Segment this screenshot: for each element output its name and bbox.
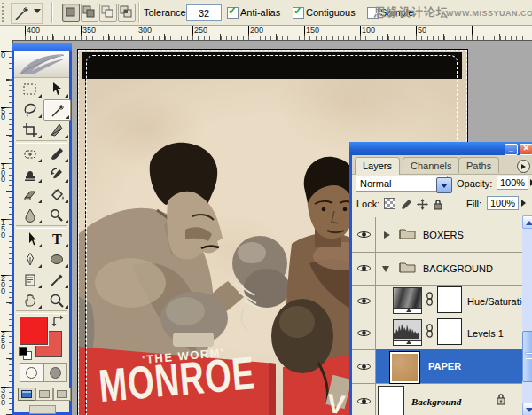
tool-eraser-button[interactable] <box>17 184 43 204</box>
lock-all-icon[interactable] <box>433 198 444 209</box>
tool-blur-button[interactable] <box>17 205 43 224</box>
fill-slider-arrow-icon[interactable] <box>521 200 526 207</box>
layer-visibility-toggle[interactable] <box>352 217 376 252</box>
intersect-selection-button[interactable] <box>118 4 136 22</box>
layer-row-boxers[interactable]: BOXERS <box>352 217 522 253</box>
tool-eyedropper-button[interactable] <box>43 270 69 289</box>
tool-pen-button[interactable] <box>17 249 43 269</box>
layer-mask-thumbnail[interactable] <box>437 286 462 313</box>
swap-colors-icon[interactable] <box>51 315 64 331</box>
standard-mode-button[interactable] <box>20 363 43 382</box>
pen-icon <box>21 251 39 268</box>
tab-paths[interactable]: Paths <box>458 157 499 173</box>
layer-name[interactable]: BOXERS <box>423 230 464 240</box>
tool-lasso-button[interactable] <box>17 99 43 119</box>
layer-visibility-toggle[interactable] <box>352 285 376 317</box>
hand-icon <box>21 292 39 309</box>
tool-magic-wand-button[interactable] <box>43 99 71 121</box>
group-expand-arrow[interactable] <box>384 231 390 239</box>
tool-rectangular-marquee-button[interactable] <box>17 79 43 98</box>
options-bar-grip[interactable] <box>2 3 4 22</box>
fullscreen-menubar-mode-button[interactable] <box>35 388 53 401</box>
tool-type-button[interactable]: T <box>43 229 69 248</box>
jump-to-imageready-button[interactable] <box>29 405 56 414</box>
tab-channels[interactable]: Channels <box>403 157 459 173</box>
lock-transparency-icon[interactable] <box>384 198 395 209</box>
ruler-number: 1 0 0 <box>1 164 5 183</box>
tool-brush-button[interactable] <box>43 144 69 163</box>
tool-slice-button[interactable] <box>43 120 69 139</box>
layer-name[interactable]: BACKGROUND <box>423 263 493 274</box>
close-button[interactable]: ✕ <box>520 144 532 155</box>
tool-paint-bucket-button[interactable] <box>43 184 69 204</box>
lock-paint-icon[interactable] <box>401 198 412 209</box>
default-colors-icon[interactable] <box>19 347 27 356</box>
mask-link-icon[interactable] <box>426 324 434 341</box>
tool-zoom-button[interactable] <box>43 290 69 309</box>
scroll-up-button[interactable] <box>522 215 532 229</box>
tool-notes-button[interactable] <box>17 270 43 289</box>
new-selection-button[interactable] <box>62 4 80 22</box>
layer-visibility-toggle[interactable] <box>352 349 376 383</box>
horizontal-ruler[interactable]: 40035030025020015010050 <box>12 25 532 41</box>
layer-visibility-toggle[interactable] <box>352 317 376 349</box>
eye-icon <box>356 396 372 406</box>
lock-position-icon[interactable] <box>417 198 428 209</box>
ruler-corner[interactable] <box>0 25 13 41</box>
tool-move-button[interactable] <box>43 79 69 98</box>
eye-icon <box>356 328 372 338</box>
tool-preset-arrow-icon[interactable] <box>34 9 41 13</box>
layer-thumbnail[interactable] <box>390 352 419 383</box>
fullscreen-mode-button[interactable] <box>53 388 71 401</box>
panel-menu-button[interactable] <box>517 160 530 173</box>
ruler-number: 50 <box>418 26 426 35</box>
layer-thumbnail[interactable] <box>378 386 404 415</box>
fill-value[interactable]: 100% <box>487 196 519 210</box>
layer-row-hue-saturation[interactable]: Hue/Saturatio... <box>352 285 522 317</box>
layers-scrollbar[interactable] <box>522 215 532 415</box>
layer-mask-thumbnail[interactable] <box>437 318 462 345</box>
anti-alias-checkbox[interactable]: ✓ <box>227 7 239 19</box>
watermark-site: WWW.MISSYUAN.COM <box>446 9 532 18</box>
foreground-color-swatch[interactable] <box>20 317 48 345</box>
scroll-thumb[interactable] <box>522 331 532 382</box>
tool-healing-brush-button[interactable] <box>17 144 43 163</box>
adjustment-thumbnail[interactable] <box>393 319 422 341</box>
scroll-down-button[interactable] <box>522 403 532 415</box>
tool-history-brush-button[interactable] <box>43 164 69 184</box>
tool-path-selection-button[interactable] <box>17 229 43 248</box>
tool-shape-button[interactable] <box>43 249 69 269</box>
layer-visibility-toggle[interactable] <box>352 252 376 285</box>
layer-name[interactable]: PAPER <box>428 361 461 372</box>
add-to-selection-button[interactable] <box>81 4 98 22</box>
current-tool-button[interactable] <box>11 3 43 24</box>
layer-row-background[interactable]: Background <box>352 383 522 415</box>
toolbox-titlebar[interactable] <box>12 43 72 51</box>
tolerance-input[interactable] <box>186 4 222 21</box>
tool-clone-stamp-button[interactable] <box>17 164 43 184</box>
opacity-value[interactable]: 100% <box>497 176 528 190</box>
ruler-number: 250 <box>194 26 207 35</box>
layer-name[interactable]: Background <box>411 396 461 407</box>
eye-icon <box>356 230 372 239</box>
minimize-button[interactable]: _ <box>505 144 518 155</box>
quick-mask-mode-button[interactable] <box>43 363 67 382</box>
layers-panel-titlebar[interactable]: _ ✕ <box>349 142 532 155</box>
contiguous-checkbox[interactable]: ✓ <box>293 7 304 19</box>
layer-name[interactable]: Levels 1 <box>467 328 504 339</box>
tool-hand-button[interactable] <box>17 290 43 309</box>
group-collapse-arrow[interactable] <box>382 266 389 272</box>
tool-crop-button[interactable] <box>17 120 43 139</box>
layer-row-background-group[interactable]: BACKGROUND <box>352 252 522 286</box>
standard-screen-mode-button[interactable] <box>18 388 35 401</box>
layer-visibility-toggle[interactable] <box>352 383 376 415</box>
layer-row-paper[interactable]: PAPER <box>352 349 522 384</box>
subtract-from-selection-button[interactable] <box>99 4 117 22</box>
tab-layers[interactable]: Layers <box>355 157 400 175</box>
blend-mode-select[interactable]: Normal <box>356 176 448 192</box>
tool-dodge-button[interactable] <box>43 205 69 224</box>
layer-row-levels[interactable]: Levels 1 <box>352 317 522 350</box>
dropdown-arrow-icon[interactable] <box>436 177 452 193</box>
adjustment-thumbnail[interactable] <box>393 287 422 309</box>
mask-link-icon[interactable] <box>426 292 434 309</box>
